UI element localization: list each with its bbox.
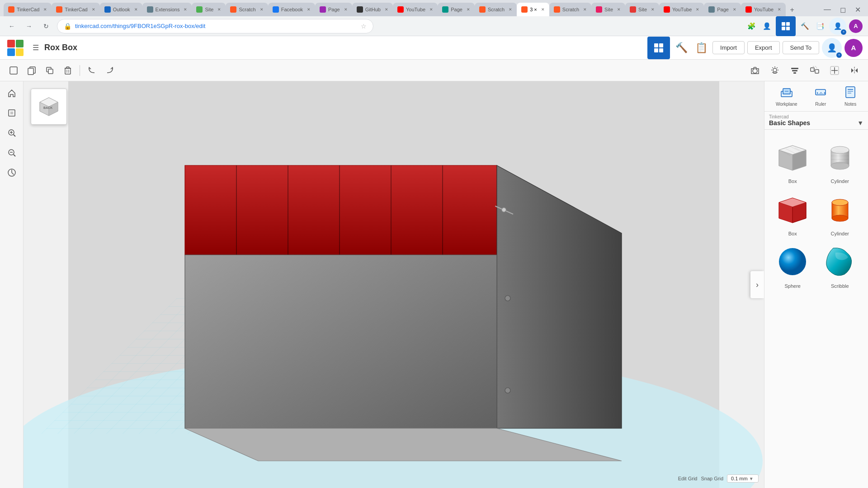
workplane-label: Workplane — [776, 102, 797, 107]
ungroup-icon[interactable] — [826, 62, 843, 79]
notes-label: Notes — [844, 102, 856, 107]
browser-tab[interactable]: Site ✕ — [625, 3, 659, 16]
svg-rect-6 — [654, 48, 658, 52]
shape-label-sphere: Sphere — [785, 283, 801, 289]
browser-tab-active[interactable]: 3 × ✕ — [517, 3, 549, 16]
back-button[interactable]: ← — [5, 20, 18, 33]
restore-button[interactable]: ◻ — [840, 3, 846, 16]
svg-rect-4 — [654, 43, 658, 47]
address-bar[interactable]: 🔒 tinkercad.com/things/9FBOR1eSGpR-rox-b… — [57, 19, 373, 33]
snap-grid-input[interactable]: 0.1 mm ▼ — [727, 474, 759, 483]
shape-cylinder-orange[interactable]: Cylinder — [819, 189, 861, 236]
redo-button[interactable] — [102, 62, 118, 79]
shapes-dropdown-icon[interactable]: ▼ — [857, 119, 863, 127]
reset-view-button[interactable] — [4, 164, 20, 181]
browser-tab[interactable]: Facebook ✕ — [268, 3, 315, 16]
shape-cylinder-gray[interactable]: Cylinder — [819, 137, 861, 184]
notes-button[interactable]: Notes — [840, 84, 860, 108]
group-icon[interactable] — [807, 62, 823, 79]
browser-tab[interactable]: TinkerCad ✕ — [52, 3, 99, 16]
new-shape-button[interactable] — [5, 62, 22, 79]
svg-line-32 — [14, 135, 15, 136]
forward-button[interactable]: → — [23, 20, 35, 33]
library-icon[interactable]: 📋 — [693, 39, 710, 56]
new-tab-button[interactable]: + — [786, 4, 798, 16]
camera-icon[interactable] — [747, 62, 763, 79]
hammer-tool-icon[interactable]: 🔨 — [673, 39, 690, 56]
home-button[interactable] — [4, 85, 20, 101]
delete-button[interactable] — [60, 62, 76, 79]
svg-point-57 — [505, 388, 510, 393]
shapes-category-header: Tinkercad Basic Shapes ▼ — [764, 112, 868, 130]
share-user-button[interactable]: 👤 + — [822, 38, 842, 58]
hammer-icon[interactable]: 🔨 — [798, 20, 811, 33]
tab-favicon-10 — [397, 6, 404, 13]
browser-tab[interactable]: Page ✕ — [315, 3, 352, 16]
tab-favicon-12 — [479, 6, 486, 13]
light-icon[interactable] — [767, 62, 783, 79]
browser-tab[interactable]: Outlook ✕ — [100, 3, 142, 16]
browser-tab[interactable]: YouTube ✕ — [659, 3, 704, 16]
copy-button[interactable] — [24, 62, 40, 79]
browser-tab[interactable]: Site ✕ — [192, 3, 226, 16]
view-toggle-button[interactable] — [647, 37, 670, 59]
browser-tab[interactable]: YouTube ✕ — [393, 3, 438, 16]
browser-tab[interactable]: YouTube ✕ — [741, 3, 786, 16]
svg-rect-30 — [10, 112, 13, 114]
shape-sphere-blue[interactable]: Sphere — [772, 242, 814, 289]
shape-scribble[interactable]: Scribble — [819, 242, 861, 289]
shape-box-red[interactable]: Box — [772, 189, 814, 236]
align-icon[interactable] — [787, 62, 803, 79]
menu-icon[interactable]: ☰ — [33, 43, 39, 52]
svg-rect-12 — [48, 69, 53, 74]
shape-box-gray[interactable]: Box — [772, 137, 814, 184]
reload-button[interactable]: ↻ — [40, 20, 52, 33]
profile-avatar[interactable]: A — [849, 19, 863, 33]
info-bar: Edit Grid Snap Grid 0.1 mm ▼ — [678, 474, 759, 483]
browser-tab[interactable]: Scratch ✕ — [549, 3, 591, 16]
viewport[interactable]: BACK — [24, 81, 764, 488]
minimize-button[interactable]: — — [824, 3, 831, 16]
view-cube[interactable]: BACK — [31, 89, 67, 125]
browser-tab[interactable]: Page ✕ — [438, 3, 475, 16]
browser-tab[interactable]: Extensions ✕ — [142, 3, 192, 16]
browser-tab[interactable]: Page ✕ — [704, 3, 741, 16]
browser-tab[interactable]: GitHub ✕ — [352, 3, 393, 16]
tab-favicon-14 — [596, 6, 602, 13]
main-area: BACK — [0, 81, 868, 488]
send-to-button[interactable]: Send To — [783, 41, 819, 54]
browser-grid-button[interactable] — [776, 16, 796, 36]
undo-button[interactable] — [84, 62, 100, 79]
close-button[interactable]: ✕ — [855, 3, 861, 16]
svg-marker-27 — [851, 68, 854, 73]
next-page-arrow[interactable]: › — [750, 271, 764, 298]
app-container: ☰ Rox Box 🔨 📋 Import Export Send To 👤 + … — [0, 36, 868, 488]
bookmark-list-icon[interactable]: 📑 — [814, 20, 826, 33]
browser-tab[interactable]: Scratch ✕ — [226, 3, 268, 16]
tab-favicon-11 — [442, 6, 448, 13]
fit-view-button[interactable] — [4, 105, 20, 121]
svg-point-59 — [502, 208, 506, 212]
user-profile-avatar[interactable]: A — [844, 39, 863, 57]
svg-point-56 — [505, 296, 510, 301]
workplane-button[interactable]: Workplane — [772, 84, 801, 108]
bookmark-icon[interactable]: ☆ — [361, 23, 367, 30]
duplicate-button[interactable] — [42, 62, 58, 79]
import-button[interactable]: Import — [712, 41, 745, 54]
add-user-button[interactable]: 👤 + — [829, 18, 846, 35]
browser-tab[interactable]: Site ✕ — [591, 3, 625, 16]
export-button[interactable]: Export — [747, 41, 780, 54]
logo-k — [16, 48, 24, 56]
browser-tab[interactable]: Scratch ✕ — [475, 3, 517, 16]
zoom-out-button[interactable] — [4, 145, 20, 161]
svg-rect-8 — [10, 67, 17, 74]
svg-rect-24 — [815, 70, 819, 73]
ruler-button[interactable]: Ruler — [811, 84, 830, 108]
edit-grid-label[interactable]: Edit Grid — [678, 476, 698, 481]
mirror-icon[interactable] — [846, 62, 863, 79]
zoom-in-button[interactable] — [4, 125, 20, 141]
extensions-icon[interactable]: 🧩 — [745, 20, 758, 33]
browser-profile-icon[interactable]: 👤 — [760, 20, 773, 33]
tinkercad-brand-label: Tinkercad — [769, 114, 863, 119]
browser-tab[interactable]: TinkerCad ✕ — [4, 3, 52, 16]
